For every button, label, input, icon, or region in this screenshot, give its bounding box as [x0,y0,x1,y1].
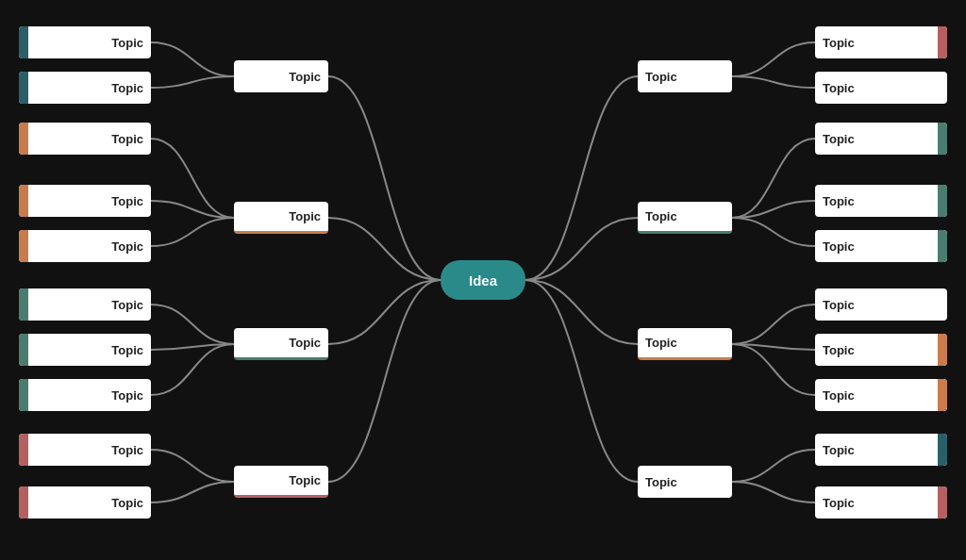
left-leaf-9[interactable]: Topic [19,486,151,519]
right-mid-node-3[interactable]: Topic [638,466,732,498]
right-leaf-5[interactable]: Topic [815,288,947,321]
left-leaf-8[interactable]: Topic [19,434,151,466]
right-mid-node-0[interactable]: Topic [638,60,732,92]
left-leaf-7[interactable]: Topic [19,379,151,411]
left-leaf-1[interactable]: Topic [19,72,151,104]
left-mid-node-1[interactable]: Topic [234,202,328,234]
left-mid-node-2[interactable]: Topic [234,328,328,360]
right-leaf-2[interactable]: Topic [815,123,947,155]
right-leaf-4[interactable]: Topic [815,230,947,262]
right-leaf-7[interactable]: Topic [815,379,947,411]
right-leaf-0[interactable]: Topic [815,26,947,58]
center-node[interactable]: Idea [441,260,525,300]
left-leaf-6[interactable]: Topic [19,334,151,366]
right-mid-node-1[interactable]: Topic [638,202,732,234]
left-mid-node-0[interactable]: Topic [234,60,328,92]
right-leaf-9[interactable]: Topic [815,486,947,519]
left-leaf-4[interactable]: Topic [19,230,151,262]
right-leaf-3[interactable]: Topic [815,185,947,217]
left-mid-node-3[interactable]: Topic [234,466,328,498]
left-leaf-0[interactable]: Topic [19,26,151,58]
right-leaf-8[interactable]: Topic [815,434,947,466]
right-leaf-1[interactable]: Topic [815,72,947,104]
right-leaf-6[interactable]: Topic [815,334,947,366]
left-leaf-3[interactable]: Topic [19,185,151,217]
right-mid-node-2[interactable]: Topic [638,328,732,360]
left-leaf-5[interactable]: Topic [19,288,151,321]
left-leaf-2[interactable]: Topic [19,123,151,155]
